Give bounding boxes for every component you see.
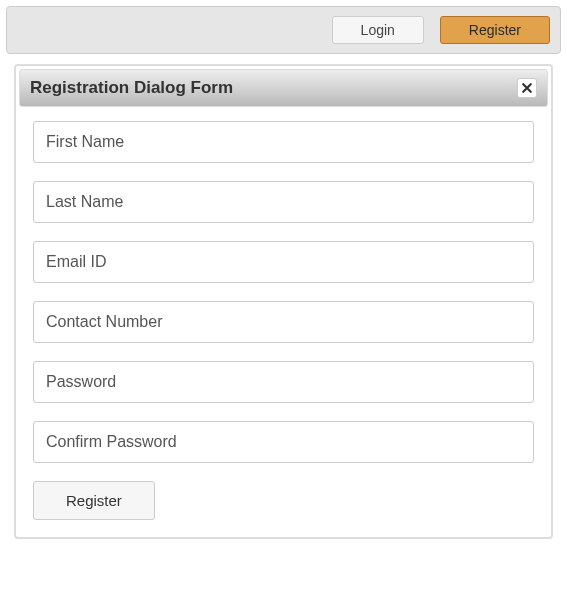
email-field[interactable]	[33, 241, 534, 283]
dialog-close-button[interactable]	[517, 78, 537, 98]
last-name-field-wrap	[33, 181, 534, 223]
email-field-wrap	[33, 241, 534, 283]
contact-number-field[interactable]	[33, 301, 534, 343]
registration-dialog: Registration Dialog Form	[14, 64, 553, 539]
dialog-title: Registration Dialog Form	[30, 78, 233, 98]
login-button[interactable]: Login	[332, 16, 424, 44]
top-toolbar: Login Register	[6, 6, 561, 54]
password-field[interactable]	[33, 361, 534, 403]
dialog-container: Registration Dialog Form	[14, 64, 553, 539]
submit-row: Register	[33, 481, 534, 520]
dialog-titlebar[interactable]: Registration Dialog Form	[19, 69, 548, 107]
first-name-field[interactable]	[33, 121, 534, 163]
close-icon	[521, 82, 533, 94]
dialog-body: Register	[19, 107, 548, 534]
password-field-wrap	[33, 361, 534, 403]
last-name-field[interactable]	[33, 181, 534, 223]
register-submit-button[interactable]: Register	[33, 481, 155, 520]
confirm-password-field[interactable]	[33, 421, 534, 463]
register-button[interactable]: Register	[440, 16, 550, 44]
contact-field-wrap	[33, 301, 534, 343]
first-name-field-wrap	[33, 121, 534, 163]
confirm-password-field-wrap	[33, 421, 534, 463]
